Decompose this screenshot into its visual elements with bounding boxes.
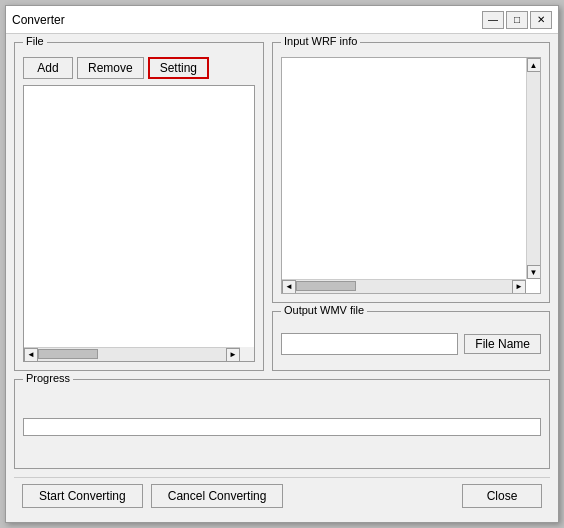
window-title: Converter <box>12 13 65 27</box>
output-wmv-input[interactable] <box>281 333 458 355</box>
remove-button[interactable]: Remove <box>77 57 144 79</box>
title-bar-controls: — □ ✕ <box>482 11 552 29</box>
scroll-left-arrow[interactable]: ◄ <box>24 348 38 362</box>
wrf-scrollbar-v[interactable]: ▲ ▼ <box>526 58 540 279</box>
file-name-button[interactable]: File Name <box>464 334 541 354</box>
file-buttons: Add Remove Setting <box>23 57 255 79</box>
input-wrf-group: Input WRF info ◄ ► ▲ <box>272 42 550 303</box>
scroll-right-arrow[interactable]: ► <box>226 348 240 362</box>
window-body: File Add Remove Setting ◄ ► <box>6 34 558 522</box>
minimize-button[interactable]: — <box>482 11 504 29</box>
wrf-scrollbar-h[interactable]: ◄ ► <box>282 279 526 293</box>
wrf-scroll-v-track[interactable] <box>527 72 540 265</box>
progress-bar-container <box>23 418 541 436</box>
cancel-converting-button[interactable]: Cancel Converting <box>151 484 284 508</box>
start-converting-button[interactable]: Start Converting <box>22 484 143 508</box>
setting-button[interactable]: Setting <box>148 57 209 79</box>
wrf-scroll-h-thumb[interactable] <box>296 281 356 291</box>
progress-group: Progress <box>14 379 550 469</box>
file-group-label: File <box>23 35 47 47</box>
output-wmv-group: Output WMV file File Name <box>272 311 550 371</box>
wrf-scroll-left[interactable]: ◄ <box>282 280 296 294</box>
file-list-container: ◄ ► <box>23 85 255 362</box>
progress-label: Progress <box>23 372 73 384</box>
wrf-scroll-h-track[interactable] <box>296 280 512 293</box>
left-buttons: Start Converting Cancel Converting <box>22 484 283 508</box>
main-window: Converter — □ ✕ File Add Remove Setting <box>5 5 559 523</box>
file-scrollbar-h[interactable]: ◄ ► <box>24 347 240 361</box>
add-button[interactable]: Add <box>23 57 73 79</box>
title-bar-left: Converter <box>12 13 65 27</box>
wrf-scroll-down[interactable]: ▼ <box>527 265 541 279</box>
wrf-scroll-right[interactable]: ► <box>512 280 526 294</box>
close-app-button[interactable]: Close <box>462 484 542 508</box>
wrf-scroll-up[interactable]: ▲ <box>527 58 541 72</box>
scroll-h-thumb[interactable] <box>38 349 98 359</box>
input-wrf-inner <box>282 58 526 279</box>
file-group: File Add Remove Setting ◄ ► <box>14 42 264 371</box>
input-wrf-label: Input WRF info <box>281 35 360 47</box>
main-area: File Add Remove Setting ◄ ► <box>14 42 550 371</box>
input-wrf-textarea[interactable]: ◄ ► ▲ ▼ <box>281 57 541 294</box>
scrollbar-corner <box>240 347 254 361</box>
title-bar: Converter — □ ✕ <box>6 6 558 34</box>
scroll-h-track[interactable] <box>38 348 226 361</box>
bottom-buttons: Start Converting Cancel Converting Close <box>14 477 550 514</box>
file-list-inner <box>24 86 254 347</box>
close-button[interactable]: ✕ <box>530 11 552 29</box>
maximize-button[interactable]: □ <box>506 11 528 29</box>
file-list-box[interactable]: ◄ ► <box>23 85 255 362</box>
output-wmv-label: Output WMV file <box>281 304 367 316</box>
right-section: Input WRF info ◄ ► ▲ <box>272 42 550 371</box>
